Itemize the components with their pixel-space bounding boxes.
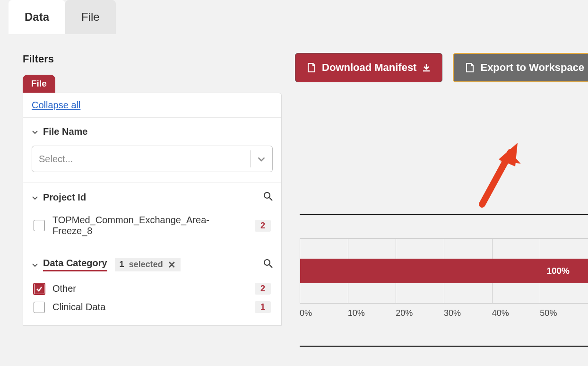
tab-data[interactable]: Data	[9, 0, 65, 34]
axis-tick: 10%	[348, 308, 396, 318]
option-label: Clinical Data	[52, 302, 247, 313]
chart-bar-label: 100%	[546, 266, 570, 276]
file-name-select[interactable]: Select...	[32, 146, 273, 172]
main-tabbar: Data File	[0, 0, 588, 34]
section-title-file-name: File Name	[43, 126, 87, 137]
download-manifest-button[interactable]: Download Manifest	[295, 53, 442, 82]
project-id-option[interactable]: TOPMed_Common_Exchange_Area-Freeze_8 2	[32, 210, 273, 238]
filter-panel: File Collapse all File Name	[23, 75, 282, 326]
close-icon[interactable]: ✕	[168, 260, 176, 270]
option-label: Other	[52, 283, 247, 294]
filter-subtab-file[interactable]: File	[23, 75, 55, 93]
chart-bottom-rule	[300, 346, 588, 347]
collapse-all-link[interactable]: Collapse all	[32, 100, 80, 110]
axis-tick: 50%	[540, 308, 588, 318]
selected-text: selected	[129, 260, 163, 270]
distribution-chart: 100% 0% 10% 20% 30% 40% 50%	[300, 214, 588, 347]
svg-marker-8	[499, 143, 518, 166]
chart-plot: 100%	[300, 238, 588, 304]
download-icon	[422, 63, 431, 72]
chevron-down-icon[interactable]	[32, 194, 38, 201]
chevron-down-icon	[250, 150, 266, 167]
export-workspace-label: Export to Workspace	[480, 61, 584, 74]
count-badge: 2	[255, 283, 271, 295]
svg-marker-7	[498, 150, 521, 170]
filter-section-project-id: Project Id TOPMed_Common_Exchange_Area-F…	[23, 183, 281, 249]
svg-point-2	[264, 260, 270, 265]
export-workspace-button[interactable]: Export to Workspace	[453, 53, 588, 82]
count-badge: 1	[255, 301, 271, 313]
search-icon[interactable]	[263, 192, 273, 203]
file-name-select-placeholder: Select...	[39, 154, 73, 165]
data-category-option[interactable]: Other 2	[32, 278, 273, 296]
svg-line-6	[482, 152, 510, 204]
search-icon[interactable]	[263, 259, 273, 270]
svg-line-1	[269, 198, 272, 200]
option-label: TOPMed_Common_Exchange_Area-Freeze_8	[52, 215, 247, 236]
filter-subtab-bar: File	[23, 75, 282, 93]
count-badge: 2	[255, 220, 271, 232]
axis-tick: 0%	[300, 308, 348, 318]
file-icon	[465, 62, 475, 73]
svg-point-0	[264, 192, 270, 198]
chart-top-rule	[300, 214, 588, 215]
tab-file[interactable]: File	[65, 0, 116, 34]
download-manifest-label: Download Manifest	[322, 61, 416, 74]
axis-tick: 30%	[444, 308, 492, 318]
filter-section-data-category: Data Category 1 selected ✕	[23, 249, 281, 325]
content-area: Filters File Collapse all File Na	[0, 34, 588, 366]
axis-tick: 20%	[396, 308, 444, 318]
chevron-down-icon[interactable]	[32, 261, 38, 268]
checkbox-unchecked[interactable]	[34, 302, 45, 313]
filter-section-file-name: File Name Select...	[23, 117, 281, 183]
checkbox-unchecked[interactable]	[34, 220, 45, 231]
annotation-arrow-icon	[473, 138, 529, 214]
file-icon	[307, 62, 316, 73]
selected-count: 1	[120, 260, 124, 270]
svg-line-3	[269, 265, 272, 268]
action-buttons: Download Manifest Export to Workspace	[295, 53, 588, 82]
selected-count-chip[interactable]: 1 selected ✕	[115, 258, 181, 271]
checkbox-checked[interactable]	[34, 283, 45, 295]
chevron-down-icon[interactable]	[32, 129, 38, 135]
section-title-project-id: Project Id	[43, 192, 86, 203]
section-title-data-category: Data Category	[43, 258, 107, 271]
chart-bar: 100%	[300, 259, 588, 283]
chart-x-axis: 0% 10% 20% 30% 40% 50%	[300, 308, 588, 318]
axis-tick: 40%	[492, 308, 540, 318]
data-category-option[interactable]: Clinical Data 1	[32, 296, 273, 315]
